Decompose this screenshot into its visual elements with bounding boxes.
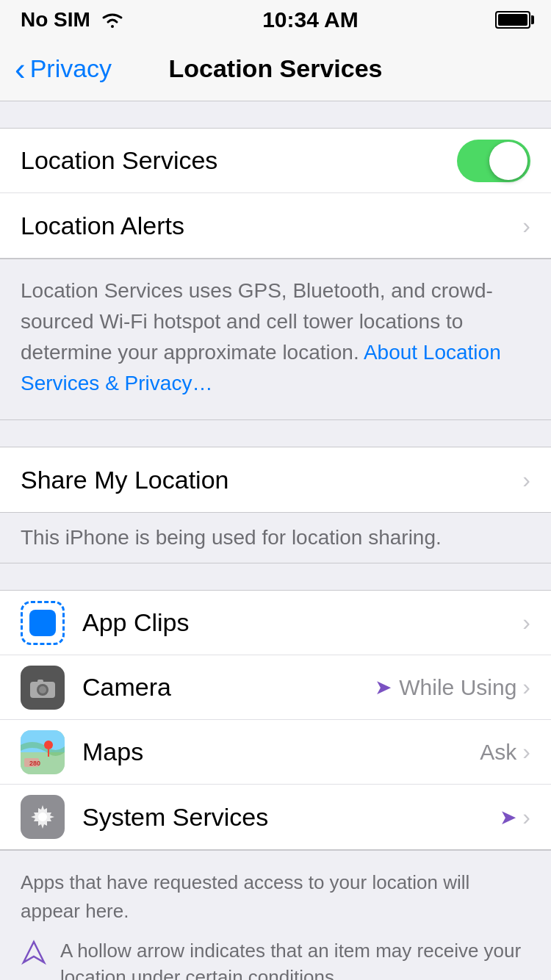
system-services-row[interactable]: System Services ➤ › (0, 785, 551, 849)
maps-row[interactable]: 280 Maps Ask › (0, 720, 551, 785)
location-services-group: Location Services Location Alerts › (0, 128, 551, 259)
nav-bar: ‹ Privacy Location Services (0, 37, 551, 101)
gear-icon (29, 803, 57, 831)
camera-svg (29, 676, 57, 699)
share-my-location-row[interactable]: Share My Location › (0, 447, 551, 512)
section-spacer-1 (0, 101, 551, 128)
status-bar: No SIM 10:34 AM (0, 0, 551, 37)
section-spacer-3 (0, 563, 551, 590)
camera-row[interactable]: Camera ➤ While Using › (0, 655, 551, 720)
maps-value: Ask (480, 740, 516, 765)
camera-label: Camera (82, 673, 375, 702)
system-services-value: ➤ (500, 805, 516, 829)
app-clips-row[interactable]: App Clips › (0, 591, 551, 655)
maps-svg: 280 (21, 730, 65, 774)
location-alerts-row[interactable]: Location Alerts › (0, 193, 551, 258)
camera-value: ➤ While Using (375, 675, 516, 700)
svg-text:280: 280 (29, 760, 40, 767)
maps-permission: Ask (480, 740, 516, 765)
svg-rect-3 (37, 680, 43, 683)
svg-point-2 (39, 686, 46, 693)
maps-icon: 280 (21, 730, 65, 774)
battery-icon (495, 11, 530, 29)
location-services-toggle[interactable] (457, 140, 530, 182)
maps-chevron: › (522, 738, 530, 765)
location-services-label: Location Services (21, 146, 457, 175)
description-block: Location Services uses GPS, Bluetooth, a… (0, 259, 551, 420)
system-services-location-arrow-icon: ➤ (500, 805, 516, 829)
time-display: 10:34 AM (262, 7, 359, 32)
app-clips-icon (21, 601, 65, 645)
status-right (495, 11, 530, 29)
system-services-label: System Services (82, 803, 500, 832)
app-clips-inner (29, 610, 56, 636)
camera-location-arrow-icon: ➤ (375, 675, 392, 699)
back-label[interactable]: Privacy (30, 54, 112, 83)
maps-label: Maps (82, 738, 480, 766)
location-services-row: Location Services (0, 129, 551, 193)
status-left: No SIM (21, 8, 126, 32)
camera-permission: While Using (399, 675, 516, 700)
location-alerts-chevron: › (522, 212, 530, 239)
system-services-icon (21, 795, 65, 839)
camera-chevron: › (522, 674, 530, 701)
camera-icon (21, 666, 65, 710)
legend-row-hollow: A hollow arrow indicates that an item ma… (21, 937, 530, 980)
share-location-group: Share My Location › (0, 447, 551, 513)
section-spacer-2 (0, 420, 551, 447)
page-title: Location Services (168, 54, 382, 83)
footer-apps-text: Apps that have requested access to your … (21, 868, 530, 926)
app-clips-chevron: › (522, 609, 530, 636)
hollow-arrow-legend-text: A hollow arrow indicates that an item ma… (60, 937, 530, 980)
toggle-thumb (489, 142, 527, 180)
svg-point-9 (44, 741, 53, 749)
description-text: Location Services uses GPS, Bluetooth, a… (21, 279, 501, 394)
app-clips-label: App Clips (82, 608, 522, 637)
share-status-block: This iPhone is being used for location s… (0, 513, 551, 563)
wifi-icon (99, 10, 126, 29)
system-services-chevron: › (522, 804, 530, 831)
back-button[interactable]: ‹ Privacy (15, 53, 112, 85)
apps-group: App Clips › Camera ➤ While Using › (0, 590, 551, 850)
share-my-location-chevron: › (522, 466, 530, 494)
back-chevron-icon: ‹ (15, 53, 26, 85)
footer-block: Apps that have requested access to your … (0, 850, 551, 980)
hollow-arrow-icon (21, 939, 47, 968)
share-status-text: This iPhone is being used for location s… (21, 526, 442, 549)
location-alerts-label: Location Alerts (21, 212, 522, 240)
carrier-label: No SIM (21, 8, 90, 32)
share-my-location-label: Share My Location (21, 466, 522, 494)
